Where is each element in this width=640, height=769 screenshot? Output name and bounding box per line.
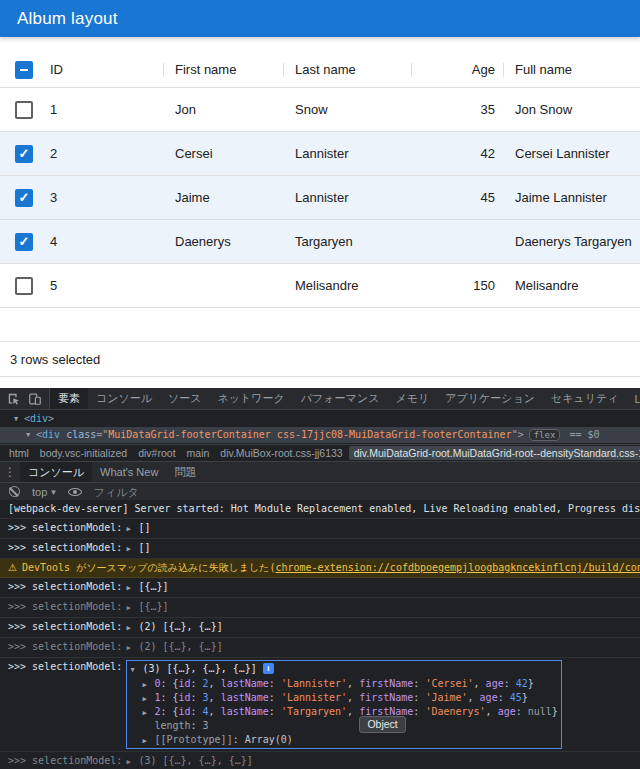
drawer-tab[interactable]: コンソール: [20, 462, 92, 482]
clear-console-icon[interactable]: [9, 486, 20, 497]
syntax: ,: [486, 706, 498, 717]
column-header-age[interactable]: Age: [411, 52, 503, 87]
breadcrumb-item[interactable]: div#root: [133, 446, 180, 460]
breadcrumb-item[interactable]: body.vsc-initialized: [35, 446, 132, 460]
syntax: :: [191, 706, 203, 717]
expand-arrow-icon[interactable]: ▶: [126, 641, 136, 655]
syntax: : {: [160, 692, 178, 703]
expand-arrow-icon[interactable]: ▶: [126, 601, 136, 615]
header-checkbox-cell: [0, 52, 48, 87]
expand-arrow-icon[interactable]: ▶: [142, 678, 152, 692]
column-header-last-name[interactable]: Last name: [283, 52, 411, 87]
console-filter-input[interactable]: [94, 486, 234, 498]
cell-full-name: Jaime Lannister: [503, 176, 640, 219]
collapse-arrow-icon[interactable]: ▼: [130, 662, 140, 678]
dom-node[interactable]: ▼<div>: [0, 411, 640, 427]
table-row[interactable]: ✓3JaimeLannister45Jaime Lannister: [0, 176, 640, 220]
tag-name: div: [30, 413, 48, 424]
drawer-tab[interactable]: 問題: [166, 462, 204, 482]
property-key: age: [480, 692, 498, 703]
breadcrumb-item[interactable]: div.MuiDataGrid-root.MuiDataGrid-root--d…: [349, 446, 640, 460]
devtools-panel-tab[interactable]: コンソール: [88, 388, 160, 409]
data-grid: ID First name Last name Age Full name 1J…: [0, 52, 640, 377]
expand-arrow-icon[interactable]: ▶: [126, 621, 136, 635]
breadcrumb-item[interactable]: div.MuiBox-root.css-jj6133: [215, 446, 347, 460]
warning-text: DevTools がソースマップの読み込みに失敗しました(: [22, 562, 276, 573]
row-checkbox[interactable]: ✓: [15, 189, 33, 207]
expand-arrow-icon[interactable]: ▶: [142, 692, 152, 706]
property-value: 'Lannister': [281, 678, 347, 689]
syntax: ,: [347, 692, 359, 703]
devtools-panel-tab[interactable]: 要素: [50, 388, 88, 409]
info-icon[interactable]: i: [263, 663, 274, 674]
devtools-panel-tab[interactable]: アプリケーション: [437, 388, 543, 409]
property-value: 42: [516, 678, 528, 689]
expand-arrow-icon[interactable]: ▶: [142, 734, 152, 748]
column-header-full-name[interactable]: Full name: [503, 52, 640, 87]
context-selector[interactable]: top ▾: [32, 486, 56, 498]
array-preview: [{…}]: [138, 581, 168, 592]
column-header-id[interactable]: ID: [48, 52, 163, 87]
expand-arrow-icon[interactable]: ▶: [126, 542, 136, 556]
console-text: [webpack-dev-server] Server started: Hot…: [8, 503, 640, 514]
expand-arrow-icon[interactable]: ▶: [126, 522, 136, 536]
property-value: 'Targaryen': [281, 706, 347, 717]
expand-arrow-icon[interactable]: ▶: [126, 755, 136, 769]
selected-rows-count: 3 rows selected: [10, 352, 100, 367]
table-row[interactable]: ✓2CerseiLannister42Cersei Lannister: [0, 132, 640, 176]
expand-arrow-icon[interactable]: ▶: [126, 581, 136, 595]
select-all-checkbox[interactable]: [15, 61, 33, 79]
expand-arrow-icon[interactable]: ▶: [142, 706, 152, 720]
inspect-icon[interactable]: [7, 392, 21, 406]
source-map-link[interactable]: chrome-extension://cofdbpoegempjloogbagk…: [275, 562, 640, 573]
cell-id: 2: [48, 132, 163, 175]
device-toolbar-icon[interactable]: [28, 392, 42, 406]
row-checkbox[interactable]: [15, 277, 33, 295]
warning-icon: ⚠: [8, 562, 17, 573]
cell-full-name: Cersei Lannister: [503, 132, 640, 175]
table-row[interactable]: 5Melisandre150Melisandre: [0, 264, 640, 308]
collapse-arrow-icon[interactable]: ▼: [26, 427, 36, 443]
devtools-panel-tab[interactable]: パフォーマンス: [293, 388, 388, 409]
syntax: =": [96, 429, 108, 440]
tag-name: div: [42, 429, 60, 440]
column-header-label: Last name: [295, 62, 356, 77]
syntax: }: [522, 692, 528, 703]
property-key: length: [154, 720, 190, 731]
expanded-object[interactable]: ▼(3) [{…}, {…}, {…}]i▶0: {id: 2, lastNam…: [126, 660, 562, 749]
table-row[interactable]: 1JonSnow35Jon Snow: [0, 88, 640, 132]
table-row[interactable]: ✓4DaenerysTargaryenDaenerys Targaryen: [0, 220, 640, 264]
flex-badge[interactable]: flex: [529, 429, 561, 441]
cell-first-name: Jaime: [163, 176, 283, 219]
collapse-arrow-icon[interactable]: ▼: [14, 411, 24, 427]
elements-breadcrumb: htmlbody.vsc-initializeddiv#rootmaindiv.…: [0, 444, 640, 461]
devtools-panel-tab[interactable]: ネットワーク: [210, 388, 293, 409]
row-checkbox[interactable]: [15, 101, 33, 119]
devtools-panel-tab[interactable]: メモリ: [387, 388, 437, 409]
devtools-panel-tab[interactable]: ソース: [160, 388, 210, 409]
live-expression-eye-icon[interactable]: [68, 486, 82, 498]
row-checkbox[interactable]: ✓: [15, 233, 33, 251]
cell-full-name: Jon Snow: [503, 88, 640, 131]
breadcrumb-item[interactable]: main: [182, 446, 215, 460]
devtools-panel-tab[interactable]: Lighthouse: [627, 388, 640, 409]
property-value: 45: [510, 692, 522, 703]
devtools-panel-tab[interactable]: セキュリティ: [543, 388, 627, 409]
row-checkbox[interactable]: ✓: [15, 145, 33, 163]
kebab-menu-icon[interactable]: ⋮: [0, 462, 20, 482]
object-tooltip: Object: [359, 716, 405, 733]
property-key: lastName: [221, 706, 269, 717]
syntax: :: [413, 706, 425, 717]
breadcrumb-item[interactable]: html: [4, 446, 34, 460]
syntax: }: [528, 678, 534, 689]
array-preview: (3) [{…}, {…}, {…}]: [138, 755, 252, 766]
column-header-first-name[interactable]: First name: [163, 52, 283, 87]
object-property: ▶[[Prototype]]: Array(0): [130, 733, 558, 747]
array-preview: []: [138, 522, 150, 533]
row-checkbox-cell: [0, 88, 48, 131]
cell-age: 150: [411, 264, 503, 307]
cell-full-name: Melisandre: [503, 264, 640, 307]
drawer-tab[interactable]: What's New: [92, 462, 166, 482]
dom-node-selected[interactable]: ▼<div class="MuiDataGrid-footerContainer…: [0, 427, 640, 443]
property-key: lastName: [221, 678, 269, 689]
